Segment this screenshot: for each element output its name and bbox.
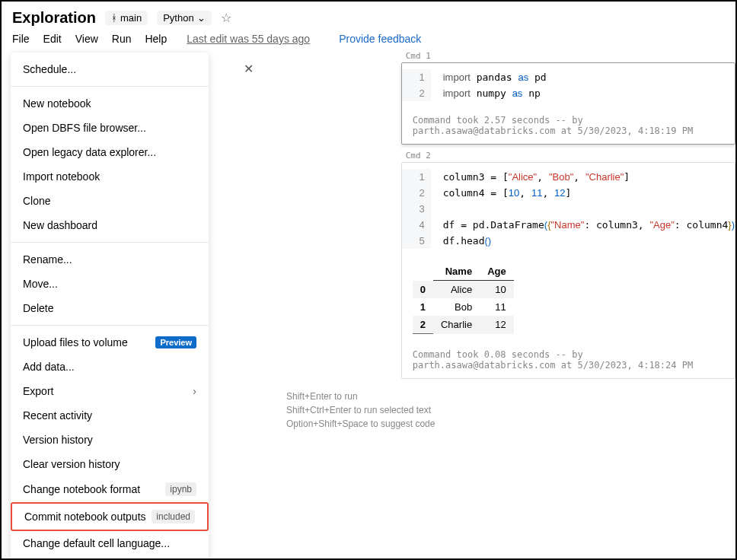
menu-run[interactable]: Run [112, 33, 132, 45]
table-row: 1 Bob 11 [413, 298, 514, 316]
menu-rename[interactable]: Rename... [11, 247, 209, 272]
gutter: 1 2 3 4 5 [402, 169, 431, 249]
cell-2[interactable]: 1 2 3 4 5 column3 = ["Alice", "Bob", "Ch… [401, 162, 735, 379]
star-icon[interactable]: ☆ [221, 11, 231, 25]
last-edit-link[interactable]: Last edit was 55 days ago [187, 33, 310, 45]
code-text[interactable]: import pandas as pd import numpy as np [431, 69, 547, 101]
menu-open-dbfs[interactable]: Open DBFS file browser... [11, 116, 209, 140]
close-icon[interactable]: ✕ [244, 62, 254, 76]
code-text[interactable]: column3 = ["Alice", "Bob", "Charlie"] co… [431, 169, 735, 249]
cell1-footer: Command took 2.57 seconds -- by parth.as… [402, 107, 735, 144]
separator [11, 242, 209, 243]
hint-suggest: Option+Shift+Space to suggest code [286, 417, 723, 431]
cmd1-label: Cmd 1 [401, 49, 735, 62]
keyboard-hints: Shift+Enter to run Shift+Ctrl+Enter to r… [274, 383, 735, 437]
branch-name: main [120, 12, 142, 24]
code-area-1[interactable]: 1 2 import pandas as pd import numpy as … [402, 63, 735, 107]
feedback-link[interactable]: Provide feedback [339, 33, 421, 45]
hint-run: Shift+Enter to run [286, 390, 723, 403]
code-area-2[interactable]: 1 2 3 4 5 column3 = ["Alice", "Bob", "Ch… [402, 163, 735, 255]
menu-import-notebook[interactable]: Import notebook [11, 164, 209, 189]
gutter: 1 2 [402, 69, 431, 101]
header: Exploration ᚼ main Python ⌄ ☆ [2, 2, 735, 30]
menu-delete[interactable]: Delete [11, 296, 209, 320]
table-row: 2 Charlie 12 [413, 316, 514, 334]
language-name: Python [163, 12, 193, 24]
menu-add-data[interactable]: Add data... [11, 355, 209, 379]
commit-pill: included [152, 510, 195, 523]
dataframe-output: Name Age 0 Alice 10 1 Bob 11 2 Charlie 1… [413, 262, 514, 334]
cells-area: Cmd 1 1 2 import pandas as pd import num… [401, 49, 735, 383]
cell-1[interactable]: 1 2 import pandas as pd import numpy as … [401, 62, 735, 145]
menu-upload-volume[interactable]: Upload files to volume Preview [11, 330, 209, 355]
menu-recent-activity[interactable]: Recent activity [11, 403, 209, 428]
menu-open-legacy[interactable]: Open legacy data explorer... [11, 140, 209, 164]
format-pill: ipynb [165, 482, 196, 496]
branch-icon: ᚼ [111, 12, 117, 24]
separator [11, 86, 209, 87]
menu-new-dashboard[interactable]: New dashboard [11, 213, 209, 237]
menu-change-format[interactable]: Change notebook format ipynb [11, 476, 209, 502]
menu-new-notebook[interactable]: New notebook [11, 91, 209, 116]
menu-clear-version[interactable]: Clear version history [11, 452, 209, 476]
chevron-right-icon: › [193, 385, 196, 397]
table-row: 0 Alice 10 [413, 281, 514, 299]
menu-schedule[interactable]: Schedule... [11, 57, 209, 81]
hint-run-selected: Shift+Ctrl+Enter to run selected text [286, 403, 723, 417]
menu-clone[interactable]: Clone [11, 189, 209, 213]
menu-edit[interactable]: Edit [43, 33, 62, 45]
cmd2-label: Cmd 2 [401, 149, 735, 162]
menu-view[interactable]: View [75, 33, 98, 45]
language-pill[interactable]: Python ⌄ [157, 11, 211, 25]
cell2-footer: Command took 0.08 seconds -- by parth.as… [402, 342, 735, 378]
menu-version-history[interactable]: Version history [11, 428, 209, 452]
menu-change-lang[interactable]: Change default cell language... [11, 531, 209, 555]
menu-commit-outputs[interactable]: Commit notebook outputs included [11, 502, 209, 531]
menu-help[interactable]: Help [145, 33, 167, 45]
file-menu-popup: Schedule... New notebook Open DBFS file … [11, 52, 209, 560]
preview-badge: Preview [155, 336, 196, 348]
branch-pill[interactable]: ᚼ main [105, 11, 148, 25]
menu-move[interactable]: Move... [11, 272, 209, 296]
separator [11, 325, 209, 326]
menu-file[interactable]: File [12, 33, 30, 45]
notebook-title[interactable]: Exploration [12, 9, 96, 27]
chevron-down-icon: ⌄ [197, 12, 206, 24]
menu-export[interactable]: Export › [11, 379, 209, 403]
